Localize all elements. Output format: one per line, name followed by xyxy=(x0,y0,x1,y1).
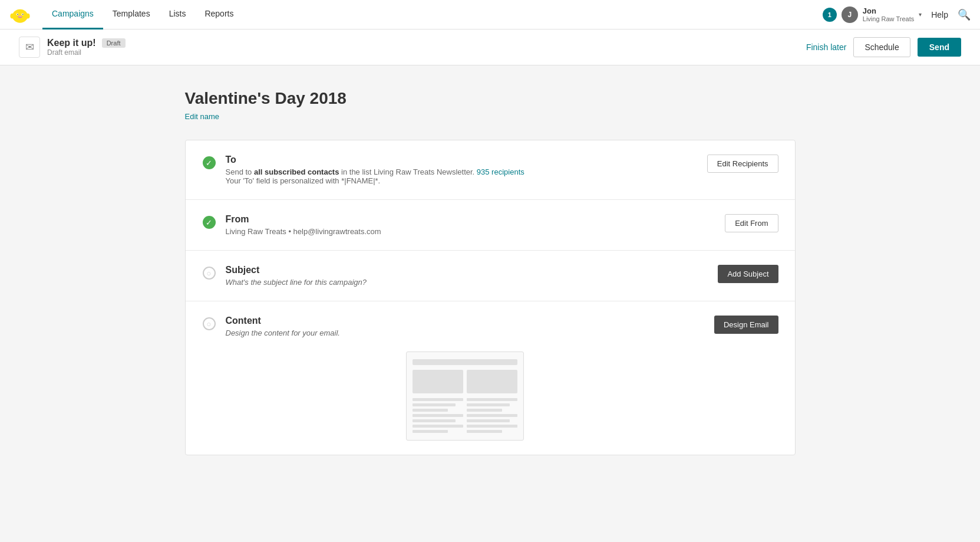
search-icon[interactable]: 🔍 xyxy=(958,8,971,21)
recipients-link[interactable]: 935 recipients xyxy=(477,167,524,176)
preview-line-group-right xyxy=(467,398,517,433)
preview-col-right xyxy=(467,370,517,393)
nav-right: 1 J Jon Living Raw Treats ▾ Help 🔍 xyxy=(823,6,971,23)
subject-description: What's the subject line for this campaig… xyxy=(226,278,709,287)
preview-line xyxy=(413,430,448,433)
svg-point-7 xyxy=(10,13,14,18)
top-navigation: Campaigns Templates Lists Reports 1 J Jo… xyxy=(0,0,980,29)
from-section: ✓ From Living Raw Treats • help@livingra… xyxy=(186,200,795,251)
main-content: Valentine's Day 2018 Edit name ✓ To Send… xyxy=(166,65,814,479)
preview-line xyxy=(467,414,517,417)
edit-recipients-button[interactable]: Edit Recipients xyxy=(707,155,778,173)
subject-label: Subject xyxy=(226,265,709,275)
to-label: To xyxy=(226,155,698,165)
from-label: From xyxy=(226,214,716,225)
to-section: ✓ To Send to all subscribed contacts in … xyxy=(186,140,795,200)
content-body: Content Design the content for your emai… xyxy=(226,316,705,441)
preview-line-group-left xyxy=(413,398,463,433)
preview-line xyxy=(413,409,448,412)
help-link[interactable]: Help xyxy=(931,10,948,19)
to-status-icon: ✓ xyxy=(202,156,216,170)
avatar: J xyxy=(842,6,858,23)
user-name: Jon xyxy=(863,6,914,15)
user-info: Jon Living Raw Treats xyxy=(863,6,914,22)
preview-line xyxy=(413,398,463,401)
draft-badge: Draft xyxy=(102,38,126,48)
subject-body: Subject What's the subject line for this… xyxy=(226,265,709,287)
send-button[interactable]: Send xyxy=(918,38,961,57)
user-org: Living Raw Treats xyxy=(863,15,914,22)
add-subject-button[interactable]: Add Subject xyxy=(718,265,778,283)
preview-line xyxy=(413,425,463,428)
subheader-info: Keep it up! Draft Draft email xyxy=(47,38,126,57)
preview-line xyxy=(413,419,456,422)
nav-campaigns[interactable]: Campaigns xyxy=(42,0,103,29)
content-section: ○ Content Design the content for your em… xyxy=(186,301,795,455)
checkmark-empty-icon: ○ xyxy=(203,267,216,280)
campaign-title: Valentine's Day 2018 xyxy=(185,89,796,108)
preview-line xyxy=(467,398,517,401)
checkmark-empty-icon: ○ xyxy=(203,317,216,330)
to-description: Send to all subscribed contacts in the l… xyxy=(226,167,698,185)
svg-point-4 xyxy=(17,14,18,15)
svg-point-1 xyxy=(14,10,26,20)
edit-from-button[interactable]: Edit From xyxy=(725,214,778,232)
from-body: From Living Raw Treats • help@livingrawt… xyxy=(226,214,716,236)
svg-point-5 xyxy=(22,14,24,15)
content-label: Content xyxy=(226,316,705,326)
content-status-icon: ○ xyxy=(202,317,216,331)
checkmark-filled-icon: ✓ xyxy=(203,156,216,169)
from-action: Edit From xyxy=(725,214,778,232)
to-personalized-text: Your 'To' field is personalized with *|F… xyxy=(226,176,381,185)
user-menu[interactable]: 1 J Jon Living Raw Treats ▾ xyxy=(823,6,922,23)
from-status-icon: ✓ xyxy=(202,215,216,229)
subject-status-icon: ○ xyxy=(202,266,216,280)
preview-line xyxy=(467,403,510,406)
subject-placeholder-text: What's the subject line for this campaig… xyxy=(226,278,367,287)
checkmark-filled-icon: ✓ xyxy=(203,216,216,229)
subject-section: ○ Subject What's the subject line for th… xyxy=(186,251,795,301)
svg-point-8 xyxy=(25,13,29,18)
finish-later-button[interactable]: Finish later xyxy=(806,42,846,52)
subheader-left: ✉ Keep it up! Draft Draft email xyxy=(19,37,126,58)
subheader: ✉ Keep it up! Draft Draft email Finish l… xyxy=(0,29,980,65)
preview-line xyxy=(467,409,502,412)
chevron-down-icon: ▾ xyxy=(919,11,922,18)
nav-links: Campaigns Templates Lists Reports xyxy=(42,0,823,29)
notification-badge: 1 xyxy=(823,8,837,22)
subject-action: Add Subject xyxy=(718,265,778,283)
preview-line xyxy=(413,403,456,406)
subheader-title: Keep it up! xyxy=(47,38,96,48)
edit-name-link[interactable]: Edit name xyxy=(185,112,220,121)
content-placeholder-text: Design the content for your email. xyxy=(226,329,340,337)
nav-lists[interactable]: Lists xyxy=(160,0,196,29)
preview-line xyxy=(467,419,510,422)
campaign-sections: ✓ To Send to all subscribed contacts in … xyxy=(185,140,796,455)
to-bold-text: all subscribed contacts xyxy=(254,167,339,176)
email-preview-frame xyxy=(406,352,524,441)
email-icon: ✉ xyxy=(19,37,40,58)
subheader-subtitle: Draft email xyxy=(47,48,126,57)
to-body: To Send to all subscribed contacts in th… xyxy=(226,155,698,185)
email-preview xyxy=(226,352,705,441)
from-description: Living Raw Treats • help@livingrawtreats… xyxy=(226,227,716,236)
preview-line xyxy=(467,425,517,428)
preview-line xyxy=(467,430,502,433)
design-email-button[interactable]: Design Email xyxy=(714,316,778,334)
content-description: Design the content for your email. xyxy=(226,329,705,337)
preview-two-col xyxy=(413,370,517,393)
content-action: Design Email xyxy=(714,316,778,334)
subheader-right: Finish later Schedule Send xyxy=(806,37,961,57)
preview-lines xyxy=(413,398,517,433)
nav-templates[interactable]: Templates xyxy=(103,0,160,29)
preview-line xyxy=(413,414,463,417)
to-action: Edit Recipients xyxy=(707,155,778,173)
preview-col-left xyxy=(413,370,463,393)
mailchimp-logo[interactable] xyxy=(9,4,31,25)
nav-reports[interactable]: Reports xyxy=(195,0,243,29)
schedule-button[interactable]: Schedule xyxy=(853,37,910,57)
preview-header-bar xyxy=(413,359,517,365)
